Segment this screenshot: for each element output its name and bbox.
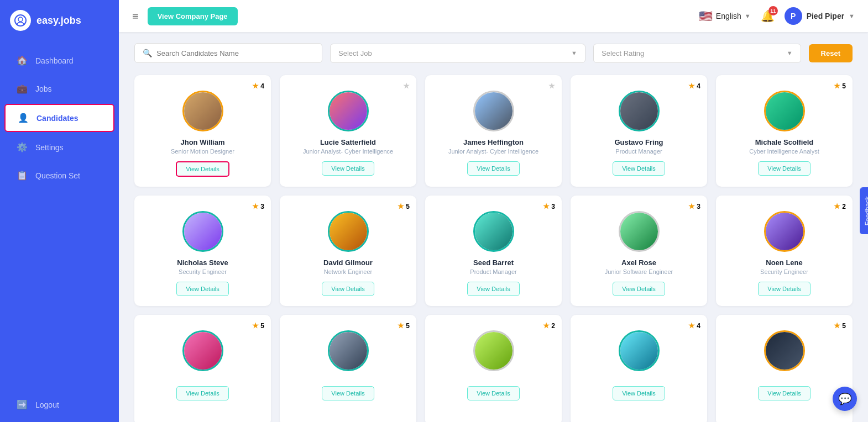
search-input[interactable] (156, 49, 314, 57)
rating-value: 5 (406, 322, 410, 330)
view-details-button[interactable]: View Details (758, 282, 810, 296)
view-details-button[interactable]: View Details (176, 282, 228, 296)
sidebar-item-settings[interactable]: ⚙️ Settings (4, 134, 114, 160)
chat-bubble-button[interactable]: 💬 (833, 387, 857, 411)
card-rating: ★ 5 (834, 82, 846, 90)
candidate-name: Lucie Satterfield (320, 138, 376, 146)
avatar (764, 211, 805, 252)
language-selector[interactable]: 🇺🇸 English ▼ (699, 9, 751, 23)
view-details-button[interactable]: View Details (322, 161, 374, 176)
avatar-image (475, 213, 513, 250)
star-icon: ★ (252, 82, 259, 90)
view-details-button[interactable]: View Details (758, 161, 810, 176)
avatar-image (330, 92, 367, 130)
menu-icon[interactable]: ≡ (132, 10, 139, 23)
star-icon: ★ (398, 321, 404, 330)
candidate-role: Cyber Intelligence Analyst (749, 148, 819, 155)
card-rating: ★ 5 (398, 202, 410, 210)
candidate-name: Nicholas Steve (177, 259, 228, 267)
card-rating: ★ 3 (252, 202, 264, 210)
rating-value: 3 (551, 203, 555, 210)
logout-item[interactable]: ➡️ Logout (4, 392, 114, 418)
sidebar-item-dashboard[interactable]: 🏠 Dashboard (4, 48, 114, 73)
card-rating: ★ 4 (688, 82, 700, 90)
reset-button[interactable]: Reset (809, 44, 853, 62)
notification-button[interactable]: 🔔 11 (761, 9, 775, 23)
logout-label: Logout (35, 400, 59, 409)
avatar (764, 91, 805, 131)
candidate-role: Junior Software Engineer (605, 268, 673, 275)
candidate-name: Axel Rose (621, 259, 656, 267)
rating-value: 5 (406, 203, 410, 210)
avatar-image (620, 92, 658, 130)
search-box: 🔍 (134, 43, 322, 63)
notification-badge: 11 (768, 6, 778, 15)
rating-value: 5 (842, 82, 846, 90)
view-details-button[interactable]: View Details (613, 161, 665, 176)
candidate-name: James Heffington (463, 138, 524, 146)
sidebar-item-jobs[interactable]: 💼 Jobs (4, 76, 114, 102)
sidebar-item-candidates[interactable]: 👤 Candidates (4, 104, 114, 132)
view-company-button[interactable]: View Company Page (148, 7, 238, 25)
rating-value: 2 (842, 203, 846, 210)
content-area: 🔍 Select Job ▼ Select Rating ▼ Reset ★ 4… (119, 32, 868, 422)
company-selector[interactable]: P Pied Piper ▼ (785, 7, 855, 25)
view-details-button[interactable]: View Details (467, 386, 519, 400)
candidate-card: ★ 3 Seed Barret Product Manager View Det… (425, 196, 562, 306)
card-rating: ★ (548, 82, 555, 90)
logout-icon: ➡️ (17, 399, 28, 410)
sidebar-item-label: Question Set (35, 171, 80, 180)
candidate-name: Noen Lene (766, 259, 802, 267)
view-details-button[interactable]: View Details (467, 282, 519, 296)
candidate-role: Network Engineer (324, 268, 372, 275)
star-icon: ★ (548, 82, 555, 90)
candidate-role: Junior Analyst- Cyber Intelligence (303, 148, 393, 155)
svg-point-1 (18, 17, 23, 22)
avatar (473, 330, 514, 371)
jobs-icon: 💼 (17, 83, 28, 94)
card-rating: ★ 5 (252, 321, 264, 330)
card-rating: ★ 2 (543, 321, 555, 330)
candidate-card: ★ 5 View Details (134, 315, 271, 422)
candidate-role: Product Manager (470, 268, 516, 275)
question-set-icon: 📋 (17, 170, 28, 181)
company-logo-icon: P (785, 7, 802, 25)
card-rating: ★ 4 (252, 82, 264, 90)
avatar-image (475, 92, 513, 130)
rating-value: 3 (697, 203, 700, 210)
view-details-button[interactable]: View Details (176, 161, 229, 177)
avatar-image (766, 92, 803, 130)
view-details-button[interactable]: View Details (322, 386, 374, 400)
candidate-card: ★ 5 View Details (280, 315, 416, 422)
rating-select[interactable]: Select Rating ▼ (593, 44, 801, 63)
search-icon: 🔍 (143, 49, 152, 57)
view-details-button[interactable]: View Details (322, 282, 374, 296)
sidebar-item-question-set[interactable]: 📋 Question Set (4, 162, 114, 188)
candidates-icon: 👤 (18, 113, 29, 123)
sidebar-item-label: Jobs (35, 85, 52, 93)
avatar-image (330, 213, 367, 250)
view-details-button[interactable]: View Details (613, 282, 665, 296)
avatar (182, 91, 223, 131)
star-icon: ★ (834, 321, 840, 330)
candidate-card: ★ 4 View Details (571, 315, 707, 422)
job-select[interactable]: Select Job ▼ (330, 44, 585, 63)
avatar (764, 330, 805, 371)
candidate-card: ★ 3 Axel Rose Junior Software Engineer V… (571, 196, 707, 306)
candidate-card: ★ 5 Michale Scolfield Cyber Intelligence… (716, 75, 853, 187)
star-icon: ★ (834, 82, 840, 90)
avatar-image (184, 92, 222, 130)
view-details-button[interactable]: View Details (613, 386, 665, 400)
view-details-button[interactable]: View Details (467, 161, 519, 176)
avatar-image (766, 213, 803, 250)
candidate-name: Jhon William (180, 138, 224, 146)
candidate-card: ★ 4 Gustavo Fring Product Manager View D… (571, 75, 707, 187)
candidate-name: Michale Scolfield (755, 138, 813, 146)
star-icon: ★ (252, 202, 259, 210)
feedback-button[interactable]: Feedback (860, 188, 868, 235)
view-details-button[interactable]: View Details (758, 386, 810, 400)
view-details-button[interactable]: View Details (176, 386, 228, 400)
company-name: Pied Piper (807, 12, 844, 20)
rating-value: 5 (260, 322, 264, 330)
star-icon: ★ (688, 321, 695, 330)
